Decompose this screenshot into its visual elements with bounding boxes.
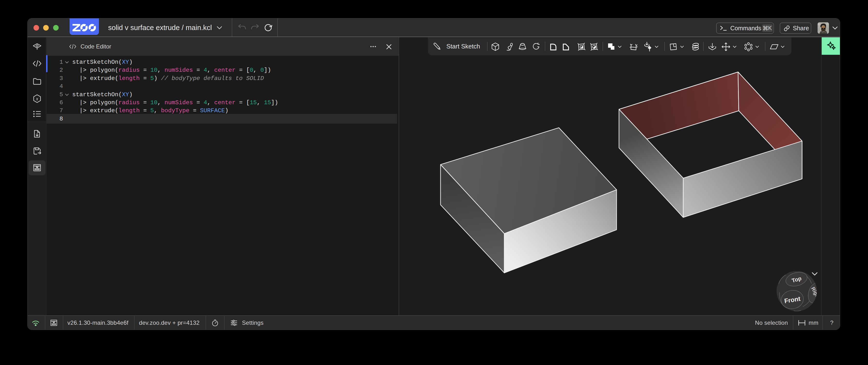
svg-text:x: x (36, 96, 38, 101)
